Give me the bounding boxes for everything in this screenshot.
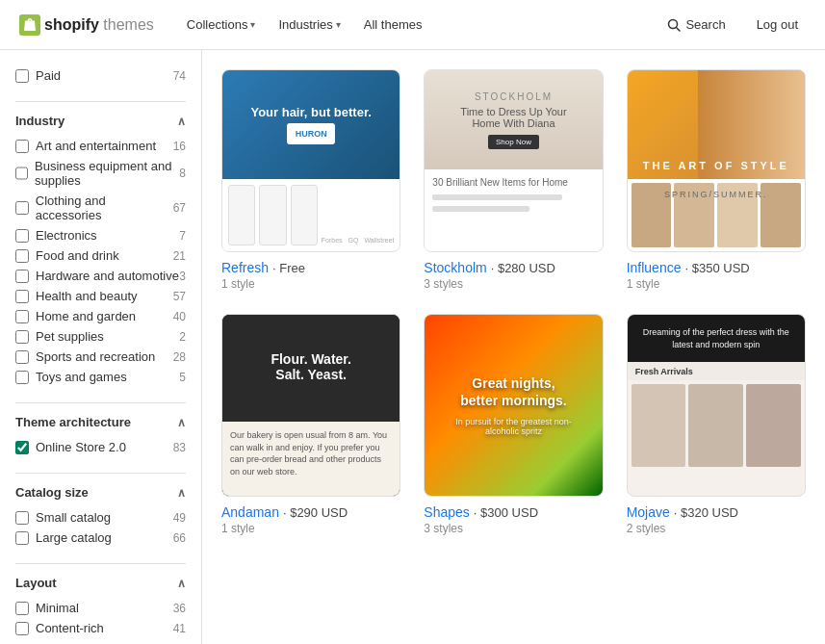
checkbox-os2[interactable]: [15, 441, 29, 454]
theme-styles-mojave: 2 styles: [627, 522, 806, 535]
theme-thumbnail-refresh: Your hair, but better. HURON ForbesGQWal…: [221, 69, 400, 252]
chevron-down-icon: ▾: [336, 19, 341, 30]
filter-item-health: Health and beauty 57: [15, 286, 186, 306]
theme-price-shapes: · $300 USD: [474, 505, 538, 520]
theme-card-andaman[interactable]: Flour. Water.Salt. Yeast. Our bakery is …: [221, 314, 400, 535]
logo-link[interactable]: shopify themes: [19, 14, 154, 36]
theme-thumbnail-mojave: Dreaming of the perfect dress with the l…: [627, 314, 806, 497]
theme-name-stockholm[interactable]: Stockholm: [424, 260, 486, 275]
theme-card-mojave[interactable]: Dreaming of the perfect dress with the l…: [627, 314, 806, 535]
collapse-icon-catalog[interactable]: ∧: [177, 486, 186, 500]
filter-item-large-catalog: Large catalog 66: [15, 528, 186, 548]
theme-name-shapes[interactable]: Shapes: [424, 504, 469, 520]
main-layout: Paid 74 Industry ∧ Art and entertainment…: [0, 50, 825, 644]
theme-price-stockholm: · $280 USD: [491, 261, 555, 275]
filter-section-paid: Paid 74: [15, 65, 186, 86]
theme-name-influence[interactable]: Influence: [627, 260, 682, 275]
filter-item-minimal: Minimal 36: [15, 598, 186, 618]
filter-item-os2: Online Store 2.0 83: [15, 437, 186, 457]
checkbox-electronics[interactable]: [15, 229, 29, 243]
checkbox-food[interactable]: [15, 249, 29, 263]
filter-section-catalog-header: Catalog size ∧: [15, 485, 186, 500]
filter-section-theme-arch-header: Theme architecture ∧: [15, 415, 186, 429]
search-button[interactable]: Search: [659, 13, 733, 36]
chevron-down-icon: ▾: [250, 19, 255, 30]
theme-grid: Your hair, but better. HURON ForbesGQWal…: [221, 69, 806, 535]
theme-styles-shapes: 3 styles: [424, 522, 603, 535]
filter-item-food: Food and drink 21: [15, 245, 186, 266]
theme-card-influence[interactable]: THE ART OF STYLE SPRING/SUMMER. Influenc…: [627, 69, 806, 291]
theme-card-refresh[interactable]: Your hair, but better. HURON ForbesGQWal…: [221, 69, 400, 291]
theme-name-andaman[interactable]: Andaman: [221, 504, 279, 520]
svg-line-1: [677, 27, 681, 31]
filter-item-toys: Toys and games 5: [15, 367, 186, 387]
checkbox-health[interactable]: [15, 290, 29, 303]
theme-thumbnail-influence: THE ART OF STYLE SPRING/SUMMER.: [627, 69, 806, 252]
header-right: Search Log out: [659, 13, 806, 36]
checkbox-large-catalog[interactable]: [15, 531, 29, 545]
checkbox-sports[interactable]: [15, 350, 29, 364]
filter-item-business: Business equipment and supplies 8: [15, 156, 186, 191]
theme-name-mojave[interactable]: Mojave: [627, 504, 670, 520]
checkbox-small-catalog[interactable]: [15, 511, 29, 525]
logo-sub: themes: [103, 16, 153, 33]
main-content: Your hair, but better. HURON ForbesGQWal…: [202, 50, 825, 644]
filter-section-theme-arch: Theme architecture ∧ Online Store 2.0 83: [15, 415, 186, 457]
divider-3: [15, 473, 186, 474]
theme-preview-bottom-stockholm: 30 Brilliant New Items for Home: [425, 169, 602, 251]
theme-card-stockholm[interactable]: STOCKHOLM Time to Dress Up Your Home Wit…: [424, 69, 603, 291]
theme-preview-top-refresh: Your hair, but better. HURON: [222, 70, 400, 179]
nav-all-themes[interactable]: All themes: [354, 12, 432, 38]
theme-price-andaman: · $290 USD: [283, 505, 348, 520]
divider-4: [15, 563, 186, 564]
nav-industries[interactable]: Industries ▾: [269, 12, 349, 38]
filter-item-small-catalog: Small catalog 49: [15, 507, 186, 528]
filter-item-content-rich: Content-rich 41: [15, 618, 186, 638]
filter-item-sports: Sports and recreation 28: [15, 347, 186, 367]
theme-price-influence: · $350 USD: [684, 261, 749, 275]
checkbox-pet[interactable]: [15, 330, 29, 344]
collapse-icon-layout[interactable]: ∧: [177, 577, 186, 590]
theme-thumbnail-shapes: Great nights,better mornings. In pursuit…: [424, 314, 603, 497]
checkbox-art[interactable]: [15, 140, 29, 153]
count-paid: 74: [173, 69, 186, 83]
filter-section-industry-title: Industry: [15, 114, 64, 128]
filter-section-layout-title: Layout: [15, 576, 57, 590]
search-icon: [667, 18, 681, 32]
theme-styles-stockholm: 3 styles: [424, 277, 603, 291]
theme-price-mojave: · $320 USD: [674, 505, 738, 520]
theme-styles-refresh: 1 style: [221, 277, 400, 291]
checkbox-business[interactable]: [15, 167, 28, 180]
main-nav: Collections ▾ Industries ▾ All themes: [177, 12, 660, 38]
filter-item-art: Art and entertainment 16: [15, 136, 186, 156]
theme-preview-bottom-refresh: ForbesGQWallstreet: [222, 179, 400, 251]
filter-item-pet: Pet supplies 2: [15, 326, 186, 347]
filter-item-hardware: Hardware and automotive 3: [15, 266, 186, 286]
logo-area: shopify themes: [19, 14, 154, 36]
theme-thumbnail-stockholm: STOCKHOLM Time to Dress Up Your Home Wit…: [424, 69, 603, 252]
divider-2: [15, 402, 186, 403]
checkbox-minimal[interactable]: [15, 602, 29, 615]
checkbox-paid[interactable]: [15, 69, 29, 83]
theme-name-refresh[interactable]: Refresh: [221, 260, 269, 275]
collapse-icon[interactable]: ∧: [177, 115, 186, 128]
filter-item-paid-left: Paid: [15, 68, 61, 83]
logout-button[interactable]: Log out: [749, 13, 806, 36]
filter-item-home: Home and garden 40: [15, 306, 186, 326]
filter-item-electronics: Electronics 7: [15, 225, 186, 245]
filter-section-industry: Industry ∧ Art and entertainment 16 Busi…: [15, 114, 186, 387]
filter-section-layout: Layout ∧ Minimal 36 Content-rich 41: [15, 576, 186, 638]
collapse-icon-arch[interactable]: ∧: [177, 416, 186, 429]
theme-card-shapes[interactable]: Great nights,better mornings. In pursuit…: [424, 314, 603, 535]
checkbox-content-rich[interactable]: [15, 622, 29, 635]
filter-item-paid: Paid 74: [15, 65, 186, 86]
nav-collections[interactable]: Collections ▾: [177, 12, 266, 38]
logo-text: shopify themes: [44, 16, 154, 34]
checkbox-clothing[interactable]: [15, 201, 29, 215]
checkbox-hardware[interactable]: [15, 270, 29, 283]
checkbox-home[interactable]: [15, 310, 29, 323]
theme-preview-top-influence: THE ART OF STYLE: [628, 70, 805, 179]
label-paid[interactable]: Paid: [36, 68, 61, 83]
filter-section-catalog-title: Catalog size: [15, 485, 89, 500]
checkbox-toys[interactable]: [15, 371, 29, 384]
